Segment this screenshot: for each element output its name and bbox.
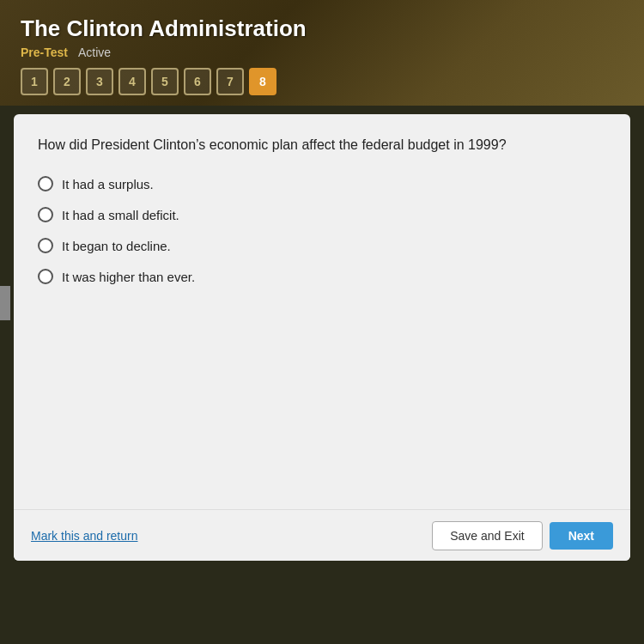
- question-number-3[interactable]: 3: [86, 68, 113, 95]
- save-exit-button[interactable]: Save and Exit: [432, 521, 542, 550]
- question-number-2[interactable]: 2: [53, 68, 81, 95]
- answer-label-b: It had a small deficit.: [62, 208, 179, 222]
- question-number-7[interactable]: 7: [216, 68, 244, 95]
- answer-label-c: It began to decline.: [62, 239, 171, 253]
- answer-label-a: It had a surplus.: [62, 177, 154, 191]
- mark-return-link[interactable]: Mark this and return: [31, 529, 138, 543]
- main-content: How did President Clinton’s economic pla…: [14, 114, 630, 561]
- answer-option-a[interactable]: It had a surplus.: [38, 176, 606, 191]
- question-number-8[interactable]: 8: [249, 68, 276, 95]
- active-label: Active: [78, 46, 111, 59]
- answer-label-d: It was higher than ever.: [62, 270, 195, 284]
- question-number-row: 12345678: [21, 68, 623, 95]
- pre-test-label: Pre-Test: [21, 46, 68, 59]
- question-number-6[interactable]: 6: [184, 68, 211, 95]
- answers-container: It had a surplus.It had a small deficit.…: [38, 176, 606, 284]
- answer-option-b[interactable]: It had a small deficit.: [38, 207, 606, 222]
- page-title: The Clinton Administration: [21, 15, 623, 42]
- next-button[interactable]: Next: [550, 522, 613, 550]
- bottom-buttons: Save and Exit Next: [432, 521, 613, 550]
- radio-circle-a: [38, 176, 53, 191]
- bottom-bar: Mark this and return Save and Exit Next: [14, 509, 630, 561]
- radio-circle-d: [38, 269, 53, 284]
- answer-option-d[interactable]: It was higher than ever.: [38, 269, 606, 284]
- radio-circle-b: [38, 207, 53, 222]
- radio-circle-c: [38, 238, 53, 253]
- top-bar: The Clinton Administration Pre-Test Acti…: [0, 0, 644, 106]
- question-text: How did President Clinton’s economic pla…: [38, 135, 606, 155]
- answer-option-c[interactable]: It began to decline.: [38, 238, 606, 253]
- question-number-4[interactable]: 4: [118, 68, 146, 95]
- question-number-5[interactable]: 5: [151, 68, 179, 95]
- subtitle-row: Pre-Test Active: [21, 46, 623, 59]
- question-number-1[interactable]: 1: [21, 68, 48, 95]
- left-ear-decoration: [0, 286, 10, 320]
